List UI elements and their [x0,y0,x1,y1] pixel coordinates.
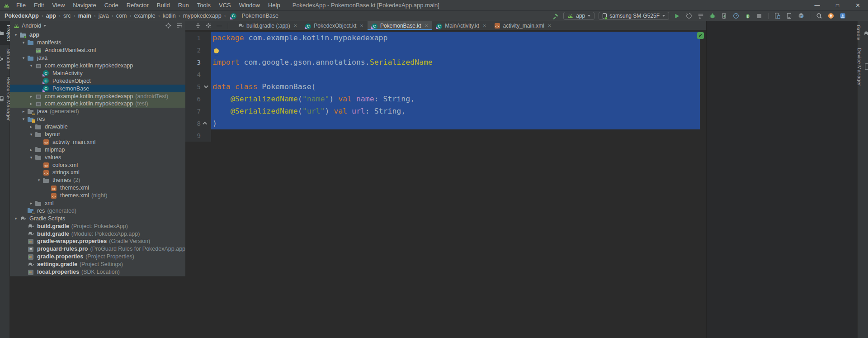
breadcrumb-item-kotlin[interactable]: kotlin [162,13,177,19]
tool-window-tab-device-manager[interactable]: Device Manager [857,44,868,90]
tree-row-gradle-properties[interactable]: ıııgradle.properties(Project Properties) [10,253,185,261]
editor-tab-pokemonbase-kt[interactable]: CPokemonBase.kt✕ [368,21,432,30]
select-opened-file-icon[interactable] [165,23,171,29]
tree-row-xml[interactable]: ▸xml [10,200,185,207]
tree-row-app[interactable]: ▾app [10,31,185,39]
tree-row-pokedexobject[interactable]: CPokedexObject [10,77,185,85]
tree-chevron-icon[interactable]: ▸ [28,124,34,129]
device-mirroring-icon[interactable] [774,12,781,20]
maximize-button[interactable]: □ [827,0,848,11]
tree-chevron-icon[interactable]: ▾ [20,56,27,60]
breadcrumb-item-mypokedexapp[interactable]: mypokedexapp [182,13,222,19]
breadcrumb-file[interactable]: CPokemonBase [230,13,278,19]
run-configuration-dropdown[interactable]: app [563,12,594,20]
menu-view[interactable]: View [48,0,69,11]
update-available-icon[interactable] [827,12,835,20]
breadcrumb-item-src[interactable]: src [62,13,72,19]
fold-marker-icon[interactable] [201,85,210,88]
apply-changes-icon[interactable] [697,12,704,20]
editor-tab-activity-main-xml[interactable]: <>activity_main.xml✕ [491,21,556,30]
menu-build[interactable]: Build [153,0,174,11]
tree-row-com-example-kotlin-mypokedexapp[interactable]: ▸com.example.kotlin.mypokedexapp(android… [10,92,185,100]
code-line-content[interactable]: @SerializedName("name") val name: String… [211,93,700,105]
device-manager-icon[interactable] [785,12,793,20]
tab-close-icon[interactable]: ✕ [548,24,552,28]
breadcrumb-item-PokedexApp[interactable]: PokedexApp [4,13,40,19]
tree-row-strings-xml[interactable]: <>strings.xml [10,169,185,176]
code-line-content[interactable] [211,68,700,81]
hide-panel-icon[interactable]: — [217,23,222,29]
tree-chevron-icon[interactable]: ▾ [13,216,19,221]
tree-chevron-icon[interactable]: ▾ [28,63,34,68]
profiler-icon[interactable] [732,12,740,20]
code-editor[interactable]: ✓ 1package com.example.kotlin.mypokedexa… [185,30,706,338]
tree-row-androidmanifest-xml[interactable]: MFAndroidManifest.xml [10,47,185,54]
code-line-content[interactable] [211,44,700,56]
minimize-button[interactable]: — [807,0,827,11]
code-line-content[interactable] [211,129,700,142]
device-dropdown[interactable]: samsung SM-G525F [599,12,669,20]
menu-refactor[interactable]: Refactor [123,0,153,11]
breadcrumb-item-main[interactable]: main [77,13,92,19]
expand-collapse-icon[interactable] [195,23,201,29]
tab-close-icon[interactable]: ✕ [425,24,429,28]
tree-row-mipmap[interactable]: ▸mipmap [10,146,185,153]
tree-row-themes-xml[interactable]: <>themes.xml(night) [10,192,185,200]
menu-window[interactable]: Window [235,0,264,11]
tree-row-proguard-rules-pro[interactable]: ≣proguard-rules.pro(ProGuard Rules for P… [10,245,185,253]
tree-row-com-example-kotlin-mypokedexapp[interactable]: ▾com.example.kotlin.mypokedexapp [10,62,185,70]
close-button[interactable]: ✕ [848,0,868,11]
tree-row-build-gradle[interactable]: build.gradle(Module: PokedexApp.app) [10,230,185,238]
menu-edit[interactable]: Edit [30,0,48,11]
tree-chevron-icon[interactable]: ▾ [20,117,27,121]
tree-row-colors-xml[interactable]: <>colors.xml [10,161,185,169]
intention-bulb-icon[interactable] [214,48,219,53]
tree-chevron-icon[interactable]: ▸ [28,94,34,99]
tree-chevron-icon[interactable]: ▸ [20,109,27,114]
apply-code-changes-icon[interactable] [720,12,728,20]
search-everywhere-icon[interactable] [815,12,823,20]
menu-tools[interactable]: Tools [193,0,215,11]
menu-navigate[interactable]: Navigate [69,0,100,11]
tree-row-com-example-kotlin-mypokedexapp[interactable]: ▸com.example.kotlin.mypokedexapp(test) [10,100,185,108]
sdk-manager-icon[interactable] [797,12,805,20]
breadcrumb-item-com[interactable]: com [115,13,128,19]
tree-chevron-icon[interactable]: ▸ [28,148,34,152]
code-line-content[interactable]: data class PokemonBase( [211,81,700,93]
breadcrumb-item-example[interactable]: example [133,13,156,19]
settings-gear-icon[interactable] [206,23,212,29]
tree-row-settings-gradle[interactable]: settings.gradle(Project Settings) [10,261,185,268]
tree-row-local-properties[interactable]: ııılocal.properties(SDK Location) [10,268,185,276]
collapse-all-icon[interactable] [177,23,183,29]
breadcrumb-item-java[interactable]: java [98,13,110,19]
editor-tab-mainactivity-kt[interactable]: CMainActivity.kt✕ [432,21,490,30]
tree-chevron-icon[interactable]: ▾ [36,178,42,182]
fold-marker-icon[interactable] [201,122,210,125]
build-hammer-icon[interactable] [552,12,559,20]
code-line-content[interactable]: ) [211,117,700,129]
tab-close-icon[interactable]: ✕ [294,24,297,28]
tree-row-layout[interactable]: ▾layout [10,131,185,138]
code-line-content[interactable]: import com.google.gson.annotations.Seria… [211,56,700,68]
tree-row-java[interactable]: ▸java(generated) [10,108,185,115]
editor-tab-build-gradle-app-[interactable]: build.gradle (:app)✕ [234,21,301,30]
tree-chevron-icon[interactable]: ▸ [28,201,34,205]
tree-row-res[interactable]: res(generated) [10,207,185,214]
run-icon[interactable] [673,12,681,20]
stop-icon[interactable] [755,12,763,20]
tree-row-mainactivity[interactable]: CMainActivity [10,69,185,77]
code-line-content[interactable]: @SerializedName("url") val url: String, [211,105,700,117]
editor-tab-pokedexobject-kt[interactable]: CPokedexObject.kt✕ [301,21,368,30]
tree-row-activity-main-xml[interactable]: <>activity_main.xml [10,138,185,146]
assistant-icon[interactable] [839,12,846,20]
menu-vcs[interactable]: VCS [215,0,235,11]
menu-run[interactable]: Run [174,0,193,11]
tree-row-gradle-scripts[interactable]: ▾Gradle Scripts [10,214,185,222]
tree-chevron-icon[interactable]: ▾ [28,155,34,160]
rerun-icon[interactable] [685,12,693,20]
tree-row-values[interactable]: ▾values [10,153,185,161]
debug-icon[interactable] [708,12,716,20]
menu-file[interactable]: File [12,0,30,11]
inspections-ok-icon[interactable]: ✓ [697,32,704,39]
tab-close-icon[interactable]: ✕ [360,24,363,28]
